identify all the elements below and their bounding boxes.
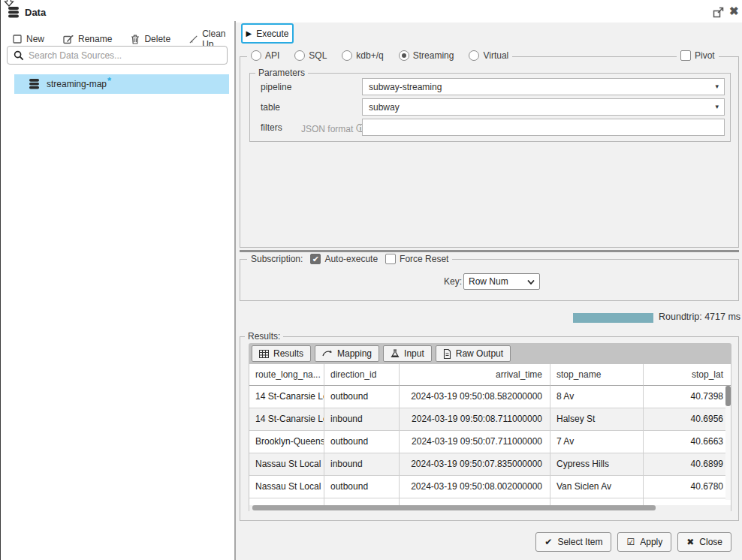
subscription-legend: Subscription: ✔ Auto-execute Force Reset bbox=[247, 254, 452, 264]
database-icon bbox=[29, 79, 40, 89]
table-row[interactable]: 14 St-Canarsie Local outbound 2024-03-19… bbox=[249, 386, 731, 408]
roundtrip-label: Roundtrip: 4717 ms bbox=[659, 312, 740, 322]
filters-hint: JSON format ⓘ bbox=[301, 122, 365, 135]
radio-circle-selected bbox=[399, 50, 409, 61]
key-select[interactable]: Row Num bbox=[463, 273, 540, 290]
caret-down-icon: ▾ bbox=[715, 103, 719, 110]
caret-down-icon: ▾ bbox=[715, 83, 719, 90]
chevron-down-icon bbox=[527, 279, 535, 285]
search-input[interactable] bbox=[29, 50, 227, 61]
pivot-checkbox[interactable]: Pivot bbox=[677, 50, 719, 61]
radio-circle bbox=[251, 50, 261, 61]
search-icon bbox=[14, 50, 24, 61]
execute-button[interactable]: ▶ Execute bbox=[241, 23, 294, 44]
table-header-row: route_long_na... direction_id arrival_ti… bbox=[249, 364, 731, 386]
close-icon[interactable]: ✖ bbox=[729, 5, 739, 18]
table-row[interactable]: Nassau St Local inbound 2024-03-19 09:50… bbox=[249, 453, 731, 476]
radio-kdbq[interactable]: kdb+/q bbox=[342, 50, 383, 61]
x-icon: ✖ bbox=[686, 537, 694, 547]
auto-execute-checkbox[interactable]: ✔ Auto-execute bbox=[310, 254, 378, 264]
radio-circle bbox=[294, 50, 305, 61]
table-select[interactable]: subway ▾ bbox=[362, 98, 725, 116]
rename-icon bbox=[63, 35, 74, 44]
radio-virtual[interactable]: Virtual bbox=[469, 50, 508, 61]
data-sources-panel: New Rename Delete Clean Up bbox=[1, 23, 234, 560]
title-bar: Data ✖ bbox=[1, 0, 742, 23]
mapping-icon bbox=[322, 350, 333, 357]
checkbox-unchecked bbox=[680, 50, 691, 61]
table-grid-icon bbox=[259, 350, 269, 358]
modified-indicator: * bbox=[107, 77, 111, 85]
parameters-legend: Parameters bbox=[255, 68, 308, 78]
tab-mapping[interactable]: Mapping bbox=[315, 345, 379, 362]
close-button[interactable]: ✖ Close bbox=[677, 532, 731, 552]
splitter-handle[interactable] bbox=[240, 250, 739, 252]
search-data-sources bbox=[7, 46, 228, 65]
panel-divider[interactable] bbox=[234, 21, 236, 560]
horizontal-scrollbar[interactable] bbox=[249, 505, 731, 511]
tab-results[interactable]: Results bbox=[252, 345, 311, 362]
document-icon bbox=[443, 349, 451, 359]
pipeline-label: pipeline bbox=[261, 82, 291, 92]
filters-label: filters bbox=[261, 122, 282, 133]
results-table: route_long_na... direction_id arrival_ti… bbox=[249, 364, 731, 511]
column-header[interactable]: direction_id bbox=[324, 364, 400, 386]
force-reset-checkbox[interactable]: Force Reset bbox=[385, 254, 448, 264]
radio-circle bbox=[469, 50, 479, 61]
horizontal-scrollbar-thumb[interactable] bbox=[252, 505, 656, 510]
radio-streaming[interactable]: Streaming bbox=[399, 50, 454, 61]
play-icon: ▶ bbox=[246, 29, 252, 38]
pipeline-select[interactable]: subway-streaming ▾ bbox=[362, 78, 725, 95]
results-tabbar: Results Mapping Input Raw Output bbox=[249, 343, 731, 364]
tab-input[interactable]: Input bbox=[383, 345, 432, 362]
column-header[interactable]: stop_lat bbox=[644, 364, 731, 386]
select-item-button[interactable]: ✔ Select Item bbox=[535, 532, 611, 552]
checked-box-icon: ☑ bbox=[626, 537, 635, 547]
footer-buttons: ✔ Select Item ☑ Apply ✖ Close bbox=[535, 532, 731, 552]
new-icon bbox=[13, 35, 22, 44]
tab-raw-output[interactable]: Raw Output bbox=[436, 345, 511, 362]
column-header[interactable]: arrival_time bbox=[400, 364, 550, 386]
radio-sql[interactable]: SQL bbox=[294, 50, 327, 61]
radio-api[interactable]: API bbox=[251, 50, 279, 61]
apply-button[interactable]: ☑ Apply bbox=[617, 532, 671, 552]
window-title: Data bbox=[25, 7, 46, 18]
results-legend: Results: bbox=[245, 331, 283, 342]
table-row[interactable]: Brooklyn-Queens Crosstown outbound 2024-… bbox=[249, 431, 731, 453]
clean-up-icon bbox=[189, 35, 198, 44]
key-label: Key: bbox=[444, 276, 462, 287]
table-row[interactable]: Nassau St Local outbound 2024-03-19 09:5… bbox=[249, 476, 731, 498]
column-header[interactable]: route_long_na... bbox=[249, 364, 324, 386]
flask-icon bbox=[391, 349, 400, 358]
check-icon: ✔ bbox=[544, 537, 552, 547]
vertical-scrollbar[interactable] bbox=[725, 386, 731, 500]
filters-input[interactable] bbox=[362, 119, 725, 136]
checkbox-checked: ✔ bbox=[310, 254, 321, 264]
query-type-options: API SQL kdb+/q Streaming Virtual bbox=[247, 50, 512, 61]
table-label: table bbox=[261, 102, 280, 113]
data-source-item-streaming-map[interactable]: streaming-map * bbox=[14, 74, 229, 94]
data-source-label: streaming-map bbox=[47, 79, 107, 89]
database-icon bbox=[8, 7, 20, 18]
radio-circle bbox=[342, 50, 352, 61]
vertical-scrollbar-thumb[interactable] bbox=[725, 386, 731, 406]
table-row[interactable]: 14 St-Canarsie Local inbound 2024-03-19 … bbox=[249, 408, 731, 431]
popout-icon[interactable] bbox=[713, 7, 724, 18]
checkbox-unchecked bbox=[385, 254, 396, 264]
table-row-partial bbox=[249, 498, 731, 505]
roundtrip-progress-bar bbox=[573, 313, 653, 323]
column-header[interactable]: stop_name bbox=[550, 364, 644, 386]
data-dialog: Data ✖ New Rename Delete Clean Up bbox=[0, 0, 742, 560]
trash-icon bbox=[131, 35, 140, 44]
